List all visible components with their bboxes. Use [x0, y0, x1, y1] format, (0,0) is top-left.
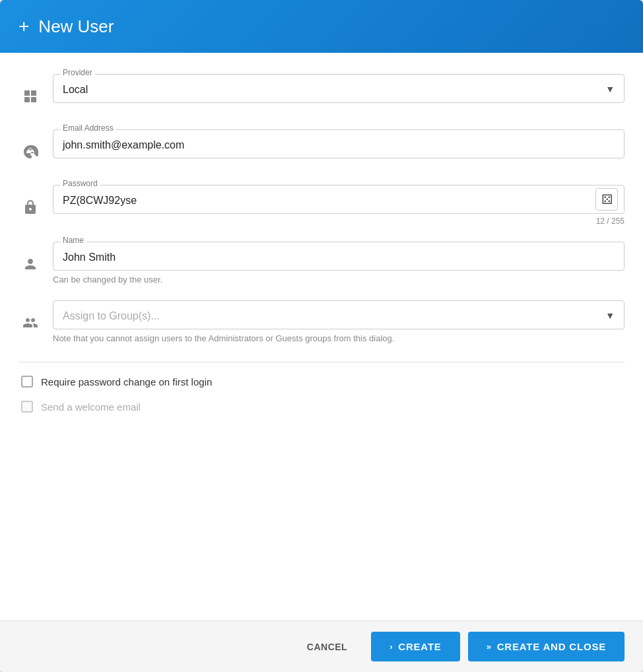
password-field-wrapper: Password PZ(8CWJ92yse ⚄ 12 / 255	[53, 185, 625, 226]
welcome-email-row: Send a welcome email	[18, 401, 625, 413]
password-char-count: 12 / 255	[53, 217, 625, 226]
groups-row: Assign to Group(s)... ▼ Note that you ca…	[18, 300, 625, 343]
name-value: John Smith	[63, 252, 615, 263]
password-icon	[18, 190, 42, 224]
welcome-email-checkbox[interactable]	[21, 401, 33, 413]
provider-field-wrapper: Provider Local ▼	[53, 74, 625, 103]
provider-value: Local	[63, 84, 88, 96]
groups-dropdown-arrow: ▼	[605, 310, 615, 321]
email-label: Email Address	[60, 123, 116, 133]
divider	[18, 362, 625, 362]
email-row: Email Address john.smith@example.com	[18, 129, 625, 169]
password-row: Password PZ(8CWJ92yse ⚄ 12 / 255	[18, 185, 625, 226]
password-input-container[interactable]: Password PZ(8CWJ92yse	[53, 185, 625, 214]
welcome-email-checkbox-container[interactable]: Send a welcome email	[21, 401, 141, 413]
cancel-button[interactable]: CANCEL	[291, 632, 363, 661]
email-value: john.smith@example.com	[63, 139, 615, 151]
name-hint: Can be changed by the user.	[53, 275, 625, 285]
generate-password-button[interactable]: ⚄	[595, 188, 618, 211]
provider-row: Provider Local ▼	[18, 74, 625, 114]
email-icon	[18, 135, 42, 169]
require-password-checkbox[interactable]	[21, 376, 33, 387]
provider-dropdown-arrow: ▼	[605, 84, 615, 94]
name-input-container[interactable]: Name John Smith	[53, 242, 625, 271]
groups-select[interactable]: Assign to Group(s)... ▼	[53, 300, 625, 329]
dialog-body: Provider Local ▼ Email Address john.smit…	[0, 53, 643, 621]
name-row: Name John Smith Can be changed by the us…	[18, 242, 625, 285]
dialog-footer: CANCEL › CREATE » CREATE AND CLOSE	[0, 621, 643, 672]
create-close-label: CREATE AND CLOSE	[497, 641, 606, 652]
password-value: PZ(8CWJ92yse	[63, 195, 590, 207]
dialog-header: + New User	[0, 0, 643, 53]
groups-icon	[18, 306, 42, 340]
plus-icon: +	[18, 17, 29, 36]
create-close-arrow: »	[487, 642, 492, 652]
password-label: Password	[60, 179, 100, 188]
create-button[interactable]: › CREATE	[371, 632, 460, 661]
welcome-email-label: Send a welcome email	[41, 401, 141, 413]
provider-select[interactable]: Provider Local ▼	[53, 74, 625, 103]
groups-note: Note that you cannot assign users to the…	[53, 333, 625, 343]
name-label: Name	[60, 236, 86, 245]
require-password-row: Require password change on first login	[18, 376, 625, 387]
email-field-wrapper: Email Address john.smith@example.com	[53, 129, 625, 158]
provider-label: Provider	[60, 68, 95, 77]
create-label: CREATE	[398, 641, 441, 652]
require-password-label: Require password change on first login	[41, 376, 212, 387]
password-input-wrapper: Password PZ(8CWJ92yse ⚄	[53, 185, 625, 214]
name-icon	[18, 247, 42, 281]
create-arrow: ›	[389, 642, 393, 652]
new-user-dialog: + New User Provider Local ▼	[0, 0, 643, 672]
groups-placeholder: Assign to Group(s)...	[63, 310, 160, 322]
create-and-close-button[interactable]: » CREATE AND CLOSE	[468, 632, 625, 661]
name-field-wrapper: Name John Smith Can be changed by the us…	[53, 242, 625, 285]
require-password-checkbox-container[interactable]: Require password change on first login	[21, 376, 212, 387]
email-input-container[interactable]: Email Address john.smith@example.com	[53, 129, 625, 158]
provider-icon	[18, 79, 42, 114]
groups-field-wrapper: Assign to Group(s)... ▼ Note that you ca…	[53, 300, 625, 343]
dialog-title: New User	[38, 17, 114, 37]
